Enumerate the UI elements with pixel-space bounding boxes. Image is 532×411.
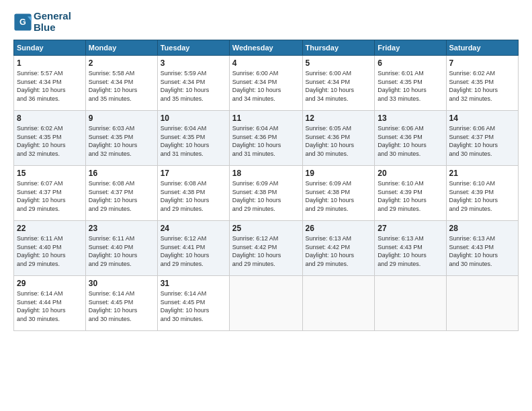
- day-info: Sunrise: 6:04 AM Sunset: 4:35 PM Dayligh…: [161, 124, 226, 158]
- table-row: 18Sunrise: 6:09 AM Sunset: 4:38 PM Dayli…: [229, 166, 302, 221]
- day-info: Sunrise: 6:02 AM Sunset: 4:35 PM Dayligh…: [449, 69, 515, 103]
- calendar-week-2: 8Sunrise: 6:02 AM Sunset: 4:35 PM Daylig…: [14, 111, 519, 166]
- table-row: 17Sunrise: 6:08 AM Sunset: 4:38 PM Dayli…: [157, 166, 229, 221]
- day-info: Sunrise: 6:13 AM Sunset: 4:43 PM Dayligh…: [378, 234, 443, 268]
- table-row: 4Sunrise: 6:00 AM Sunset: 4:34 PM Daylig…: [229, 56, 302, 111]
- day-number: 3: [161, 58, 226, 68]
- day-info: Sunrise: 6:14 AM Sunset: 4:44 PM Dayligh…: [17, 289, 83, 323]
- col-saturday: Saturday: [446, 40, 518, 56]
- table-row: 30Sunrise: 6:14 AM Sunset: 4:45 PM Dayli…: [85, 276, 157, 331]
- day-info: Sunrise: 6:04 AM Sunset: 4:36 PM Dayligh…: [232, 124, 300, 158]
- day-info: Sunrise: 6:09 AM Sunset: 4:38 PM Dayligh…: [232, 179, 300, 213]
- day-info: Sunrise: 5:59 AM Sunset: 4:34 PM Dayligh…: [161, 69, 226, 103]
- table-row: 6Sunrise: 6:01 AM Sunset: 4:35 PM Daylig…: [375, 56, 446, 111]
- day-number: 28: [449, 224, 515, 233]
- day-info: Sunrise: 6:13 AM Sunset: 4:42 PM Dayligh…: [306, 234, 372, 268]
- col-friday: Friday: [375, 40, 446, 56]
- day-number: 10: [161, 113, 226, 123]
- day-number: 16: [89, 169, 154, 178]
- table-row: 3Sunrise: 5:59 AM Sunset: 4:34 PM Daylig…: [157, 56, 229, 111]
- table-row: 13Sunrise: 6:06 AM Sunset: 4:36 PM Dayli…: [375, 111, 446, 166]
- table-row: 12Sunrise: 6:05 AM Sunset: 4:36 PM Dayli…: [302, 111, 375, 166]
- day-info: Sunrise: 6:02 AM Sunset: 4:35 PM Dayligh…: [17, 124, 83, 158]
- table-row: 14Sunrise: 6:06 AM Sunset: 4:37 PM Dayli…: [446, 111, 518, 166]
- day-number: 26: [306, 224, 372, 233]
- logo-text: General Blue: [34, 11, 71, 33]
- day-number: 6: [378, 58, 443, 68]
- day-info: Sunrise: 6:13 AM Sunset: 4:43 PM Dayligh…: [449, 234, 515, 268]
- day-info: Sunrise: 6:00 AM Sunset: 4:34 PM Dayligh…: [306, 69, 372, 103]
- table-row: [302, 276, 375, 331]
- day-info: Sunrise: 5:57 AM Sunset: 4:34 PM Dayligh…: [17, 69, 83, 103]
- calendar-page: G General Blue Sunday Monday Tuesday Wed…: [0, 0, 532, 411]
- table-row: 23Sunrise: 6:11 AM Sunset: 4:40 PM Dayli…: [85, 221, 157, 276]
- table-row: 28Sunrise: 6:13 AM Sunset: 4:43 PM Dayli…: [446, 221, 518, 276]
- day-info: Sunrise: 6:00 AM Sunset: 4:34 PM Dayligh…: [232, 69, 300, 103]
- table-row: 27Sunrise: 6:13 AM Sunset: 4:43 PM Dayli…: [375, 221, 446, 276]
- table-row: 5Sunrise: 6:00 AM Sunset: 4:34 PM Daylig…: [302, 56, 375, 111]
- day-info: Sunrise: 5:58 AM Sunset: 4:34 PM Dayligh…: [89, 69, 154, 103]
- day-number: 8: [17, 113, 83, 123]
- day-number: 4: [232, 58, 300, 68]
- col-thursday: Thursday: [302, 40, 375, 56]
- day-info: Sunrise: 6:14 AM Sunset: 4:45 PM Dayligh…: [89, 289, 154, 323]
- day-number: 1: [17, 58, 83, 68]
- table-row: 1Sunrise: 5:57 AM Sunset: 4:34 PM Daylig…: [14, 56, 86, 111]
- day-info: Sunrise: 6:14 AM Sunset: 4:45 PM Dayligh…: [161, 289, 226, 323]
- day-number: 5: [306, 58, 372, 68]
- table-row: 21Sunrise: 6:10 AM Sunset: 4:39 PM Dayli…: [446, 166, 518, 221]
- calendar-table: Sunday Monday Tuesday Wednesday Thursday…: [13, 40, 519, 331]
- day-info: Sunrise: 6:05 AM Sunset: 4:36 PM Dayligh…: [306, 124, 372, 158]
- day-number: 15: [17, 169, 83, 178]
- table-row: [375, 276, 446, 331]
- calendar-week-4: 22Sunrise: 6:11 AM Sunset: 4:40 PM Dayli…: [14, 221, 519, 276]
- day-number: 21: [449, 169, 515, 178]
- day-number: 7: [449, 58, 515, 68]
- day-info: Sunrise: 6:06 AM Sunset: 4:36 PM Dayligh…: [378, 124, 443, 158]
- day-number: 2: [89, 58, 154, 68]
- table-row: 29Sunrise: 6:14 AM Sunset: 4:44 PM Dayli…: [14, 276, 86, 331]
- day-number: 30: [89, 279, 154, 288]
- svg-text:G: G: [19, 17, 26, 27]
- calendar-week-3: 15Sunrise: 6:07 AM Sunset: 4:37 PM Dayli…: [14, 166, 519, 221]
- day-number: 18: [232, 169, 300, 178]
- table-row: 10Sunrise: 6:04 AM Sunset: 4:35 PM Dayli…: [157, 111, 229, 166]
- col-tuesday: Tuesday: [157, 40, 229, 56]
- day-number: 12: [306, 113, 372, 123]
- day-info: Sunrise: 6:01 AM Sunset: 4:35 PM Dayligh…: [378, 69, 443, 103]
- calendar-week-1: 1Sunrise: 5:57 AM Sunset: 4:34 PM Daylig…: [14, 56, 519, 111]
- day-number: 29: [17, 279, 83, 288]
- table-row: 26Sunrise: 6:13 AM Sunset: 4:42 PM Dayli…: [302, 221, 375, 276]
- table-row: [229, 276, 302, 331]
- day-info: Sunrise: 6:07 AM Sunset: 4:37 PM Dayligh…: [17, 179, 83, 213]
- day-info: Sunrise: 6:06 AM Sunset: 4:37 PM Dayligh…: [449, 124, 515, 158]
- table-row: 8Sunrise: 6:02 AM Sunset: 4:35 PM Daylig…: [14, 111, 86, 166]
- day-number: 19: [306, 169, 372, 178]
- header-row: Sunday Monday Tuesday Wednesday Thursday…: [14, 40, 519, 56]
- day-number: 13: [378, 113, 443, 123]
- day-number: 24: [161, 224, 226, 233]
- table-row: 15Sunrise: 6:07 AM Sunset: 4:37 PM Dayli…: [14, 166, 86, 221]
- col-monday: Monday: [85, 40, 157, 56]
- day-info: Sunrise: 6:10 AM Sunset: 4:39 PM Dayligh…: [449, 179, 515, 213]
- day-number: 9: [89, 113, 154, 123]
- table-row: 19Sunrise: 6:09 AM Sunset: 4:38 PM Dayli…: [302, 166, 375, 221]
- table-row: 11Sunrise: 6:04 AM Sunset: 4:36 PM Dayli…: [229, 111, 302, 166]
- table-row: 31Sunrise: 6:14 AM Sunset: 4:45 PM Dayli…: [157, 276, 229, 331]
- day-number: 17: [161, 169, 226, 178]
- logo-icon: G: [13, 13, 32, 32]
- day-number: 11: [232, 113, 300, 123]
- day-info: Sunrise: 6:08 AM Sunset: 4:38 PM Dayligh…: [161, 179, 226, 213]
- table-row: 16Sunrise: 6:08 AM Sunset: 4:37 PM Dayli…: [85, 166, 157, 221]
- logo: G General Blue: [13, 11, 71, 33]
- day-number: 22: [17, 224, 83, 233]
- day-info: Sunrise: 6:11 AM Sunset: 4:40 PM Dayligh…: [17, 234, 83, 268]
- day-info: Sunrise: 6:09 AM Sunset: 4:38 PM Dayligh…: [306, 179, 372, 213]
- table-row: 2Sunrise: 5:58 AM Sunset: 4:34 PM Daylig…: [85, 56, 157, 111]
- day-info: Sunrise: 6:08 AM Sunset: 4:37 PM Dayligh…: [89, 179, 154, 213]
- day-info: Sunrise: 6:12 AM Sunset: 4:42 PM Dayligh…: [232, 234, 300, 268]
- day-number: 31: [161, 279, 226, 288]
- table-row: 20Sunrise: 6:10 AM Sunset: 4:39 PM Dayli…: [375, 166, 446, 221]
- table-row: [446, 276, 518, 331]
- table-row: 24Sunrise: 6:12 AM Sunset: 4:41 PM Dayli…: [157, 221, 229, 276]
